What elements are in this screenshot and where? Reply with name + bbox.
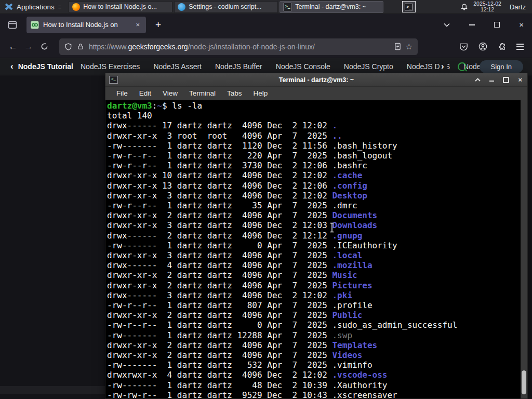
taskbar-button[interactable]: >_Terminal - dartz@vm3: ~	[280, 1, 383, 13]
taskbar-button-label: Settings - codium script...	[189, 3, 261, 10]
window-close-icon[interactable]: ×	[519, 21, 524, 29]
terminal-icon: >_	[283, 3, 292, 11]
app-menu-icon[interactable]	[516, 44, 524, 50]
taskbar-button[interactable]: Settings - codium script...	[174, 1, 278, 13]
list-tabs-icon[interactable]	[444, 23, 450, 27]
taskbar-button-label: Terminal - dartz@vm3: ~	[295, 3, 366, 10]
terminal-menu-item[interactable]: Edit	[134, 89, 157, 97]
terminal-line: drwxr-xr-x 3 dartz dartz 4096 Dec 2 12:0…	[107, 220, 520, 230]
browser-toolbar: ← → https://www.geeksforgeeks.org/node-j…	[0, 35, 532, 58]
nav-item[interactable]: NodeJS Console	[276, 62, 330, 71]
window-minimize-icon[interactable]	[469, 24, 475, 25]
terminal-title: Terminal - dartz@vm3: ~	[105, 76, 527, 84]
terminal-line: -rw-r--r-- 1 dartz dartz 807 Apr 7 2025 …	[107, 300, 520, 310]
terminal-menu-item[interactable]: Help	[248, 89, 274, 97]
forward-button[interactable]: →	[21, 42, 36, 52]
terminal-line: -rw-rw-r-- 1 dartz dartz 9529 Dec 2 10:4…	[107, 390, 520, 398]
terminal-line: drwxr-xr-x 2 dartz dartz 4096 Apr 7 2025…	[107, 350, 520, 360]
terminal-line: drwxr-xr-x 2 dartz dartz 4096 Apr 7 2025…	[107, 270, 520, 280]
gfg-favicon	[31, 21, 39, 29]
firefox-view-icon[interactable]	[7, 20, 18, 30]
tab-close-icon[interactable]: ×	[134, 20, 142, 30]
applications-icon	[5, 3, 13, 11]
terminal-line: drwxr-xr-x 2 dartz dartz 4096 Apr 7 2025…	[107, 310, 520, 320]
terminal-line: drwxr-xr-x 2 dartz dartz 4096 Apr 7 2025…	[107, 340, 520, 350]
tray-terminal-icon[interactable]: >_	[402, 1, 416, 12]
terminal-line: drwxr-xr-x 3 dartz dartz 4096 Dec 2 12:0…	[107, 191, 520, 201]
clock-time: 12:12	[473, 7, 501, 12]
terminal-line: drwxr-xr-x 10 dartz dartz 4096 Dec 2 12:…	[107, 170, 520, 180]
terminal-menu-item[interactable]: File	[111, 89, 134, 97]
terminal-titlebar[interactable]: >_ Terminal - dartz@vm3: ~ ×	[105, 73, 527, 87]
terminal-line: total 140	[107, 111, 520, 121]
page-footer-strip	[0, 386, 105, 394]
terminal-window-controls: ×	[475, 76, 527, 83]
taskbar: How to Install Node.js o...Settings - co…	[69, 1, 383, 13]
terminal-line: drwx------ 2 dartz dartz 4096 Dec 2 12:1…	[107, 231, 520, 241]
pocket-icon[interactable]	[459, 43, 468, 51]
terminal-line: drwxr-xr-x 3 dartz dartz 4096 Apr 7 2025…	[107, 250, 520, 260]
scrollbar-thumb[interactable]	[522, 370, 526, 394]
sign-in-button[interactable]: Sign In	[480, 60, 523, 73]
terminal-menu-item[interactable]: View	[157, 89, 183, 97]
toolbar-right-icons	[459, 42, 532, 51]
terminal-line: -rw-r--r-- 1 dartz dartz 3730 Dec 2 12:0…	[107, 161, 520, 170]
nav-item-tutorial[interactable]: NodeJS Tutorial	[18, 62, 73, 71]
terminal-line: drwxrwxr-x 4 dartz dartz 4096 Dec 2 12:0…	[107, 370, 520, 380]
terminal-scrollbar[interactable]	[521, 100, 527, 398]
url-path: /node-js/installation-of-node-js-on-linu…	[188, 43, 315, 51]
terminal-body: dartz@vm3:~$ ls -latotal 140drwx------ 1…	[105, 100, 527, 398]
reader-mode-icon[interactable]	[394, 43, 401, 50]
url-text: https://www.geeksforgeeks.org/node-js/in…	[89, 43, 390, 51]
terminal-line: -rw-r--r-- 1 dartz dartz 220 Apr 7 2025 …	[107, 151, 520, 161]
taskbar-button[interactable]: How to Install Node.js o...	[69, 1, 172, 13]
lock-icon[interactable]	[77, 43, 84, 50]
nav-item[interactable]: NodeJS Assert	[153, 62, 202, 71]
new-tab-button[interactable]: +	[152, 19, 164, 31]
reload-button[interactable]	[36, 43, 52, 50]
terminal-close-icon[interactable]: ×	[518, 76, 522, 83]
extensions-icon[interactable]	[498, 43, 506, 51]
account-icon[interactable]	[478, 42, 487, 51]
terminal-line: drwx------ 4 dartz dartz 4096 Apr 7 2025…	[107, 260, 520, 270]
gfg-nav-items: NodeJS ExercisesNodeJS AssertNodeJS Buff…	[81, 62, 481, 71]
nav-item[interactable]: NodeJS Crypto	[344, 62, 393, 71]
window-maximize-icon[interactable]	[494, 22, 500, 28]
terminal-prompt-glyph: >_	[405, 4, 413, 10]
shield-icon[interactable]	[64, 43, 72, 51]
terminal-line: dartz@vm3:~$ ls -la	[107, 101, 520, 111]
terminal-line: drwxr-xr-x 2 dartz dartz 4096 Apr 7 2025…	[107, 210, 520, 220]
url-bar[interactable]: https://www.geeksforgeeks.org/node-js/in…	[59, 38, 418, 55]
terminal-line: drwxr-xr-x 3 root root 4096 Apr 7 2025 .…	[107, 131, 520, 141]
terminal-line: drwx------ 3 dartz dartz 4096 Dec 2 12:0…	[107, 290, 520, 300]
notification-bell-icon[interactable]	[460, 3, 468, 11]
terminal-menu-item[interactable]: Terminal	[183, 89, 221, 97]
nav-item[interactable]: NodeJS Buffer	[215, 62, 262, 71]
panel-right: >_ 2025-12-02 12:12 Dartz	[402, 1, 532, 12]
terminal-menubar: FileEditViewTerminalTabsHelp	[105, 87, 527, 100]
terminal-line: drwxr-xr-x 2 dartz dartz 4096 Apr 7 2025…	[107, 281, 520, 290]
back-button[interactable]: ←	[5, 42, 21, 52]
user-menu[interactable]: Dartz	[510, 3, 528, 11]
bookmark-star-icon[interactable]: ☆	[406, 42, 413, 51]
mouse-cursor-ibeam	[328, 222, 336, 233]
window-controls: ×	[444, 21, 532, 29]
taskbar-button-label: How to Install Node.js o...	[83, 3, 157, 10]
terminal-menu-item[interactable]: Tabs	[221, 89, 248, 97]
clock[interactable]: 2025-12-02 12:12	[473, 1, 501, 12]
terminal-output[interactable]: dartz@vm3:~$ ls -latotal 140drwx------ 1…	[107, 101, 520, 398]
terminal-shade-icon[interactable]	[475, 78, 481, 82]
applications-menu[interactable]: Applications ≡	[0, 0, 66, 14]
firefox-icon	[72, 3, 80, 11]
top-panel: Applications ≡ How to Install Node.js o.…	[0, 0, 532, 14]
search-icon[interactable]	[458, 62, 467, 71]
menu-lines-icon: ≡	[58, 4, 61, 10]
nav-item[interactable]: NodeJS Exercises	[81, 62, 140, 71]
terminal-minimize-icon[interactable]	[489, 78, 494, 82]
browser-tab-bar: How to Install Node.js on × + ×	[0, 14, 532, 35]
terminal-maximize-icon[interactable]	[503, 77, 509, 83]
nav-back-chevron-icon[interactable]: ‹	[10, 61, 14, 72]
browser-tab[interactable]: How to Install Node.js on ×	[26, 17, 146, 33]
terminal-line: -rw-r--r-- 1 dartz dartz 0 Apr 7 2025 .s…	[107, 320, 520, 330]
codium-icon	[178, 3, 185, 11]
